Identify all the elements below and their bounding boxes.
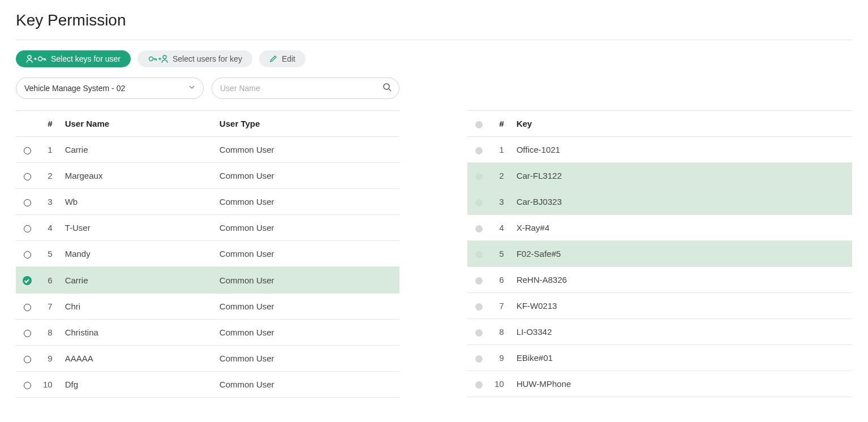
table-row[interactable]: 1CarrieCommon User <box>16 137 399 163</box>
system-select-value: Vehicle Manage System - 02 <box>16 77 204 99</box>
user-row-type: Common User <box>215 372 399 398</box>
user-row-radio[interactable] <box>16 189 38 215</box>
user-search-input[interactable] <box>212 77 399 99</box>
key-row-check[interactable] <box>467 267 490 293</box>
pencil-icon <box>269 55 277 63</box>
table-row[interactable]: 4X-Ray#4 <box>467 215 852 241</box>
table-row[interactable]: 5MandyCommon User <box>16 241 399 267</box>
user-row-radio[interactable] <box>16 215 38 241</box>
table-row[interactable]: 8LI-O3342 <box>467 319 852 345</box>
keys-header-num: # <box>490 111 512 137</box>
users-table: # User Name User Type 1CarrieCommon User… <box>16 110 399 398</box>
key-row-name: Car-FL3122 <box>512 163 852 189</box>
svg-point-2 <box>149 57 153 61</box>
table-row[interactable]: 2Car-FL3122 <box>467 163 852 189</box>
key-row-name: F02-Safe#5 <box>512 241 852 267</box>
key-row-check[interactable] <box>467 241 490 267</box>
user-row-radio[interactable] <box>16 137 38 163</box>
page-title: Key Permission <box>16 11 852 29</box>
users-header-check <box>16 111 38 137</box>
user-row-name: Carrie <box>61 267 215 294</box>
toolbar: Select keys for user Select users for ke… <box>16 50 852 67</box>
users-header-name: User Name <box>61 111 215 137</box>
user-row-radio[interactable] <box>16 372 38 398</box>
user-row-num: 7 <box>38 294 61 320</box>
user-row-name: Margeaux <box>61 163 215 189</box>
table-row[interactable]: 4T-UserCommon User <box>16 215 399 241</box>
table-row[interactable]: 6CarrieCommon User <box>16 267 399 294</box>
table-row[interactable]: 9EBike#01 <box>467 345 852 371</box>
user-row-num: 2 <box>38 163 61 189</box>
key-to-user-icon <box>148 54 168 63</box>
user-row-type: Common User <box>215 163 399 189</box>
key-row-num: 3 <box>490 189 512 215</box>
keys-header-key: Key <box>512 111 852 137</box>
table-row[interactable]: 6ReHN-A8326 <box>467 267 852 293</box>
table-row[interactable]: 10DfgCommon User <box>16 372 399 398</box>
user-row-name: T-User <box>61 215 215 241</box>
user-row-name: Christina <box>61 320 215 346</box>
svg-point-4 <box>384 84 389 89</box>
user-row-num: 5 <box>38 241 61 267</box>
table-row[interactable]: 5F02-Safe#5 <box>467 241 852 267</box>
table-row[interactable]: 3WbCommon User <box>16 189 399 215</box>
system-select[interactable]: Vehicle Manage System - 02 <box>16 77 204 99</box>
user-row-radio[interactable] <box>16 320 38 346</box>
key-row-check[interactable] <box>467 319 490 345</box>
key-row-num: 6 <box>490 267 512 293</box>
key-row-check[interactable] <box>467 137 490 163</box>
select-users-for-key-button[interactable]: Select users for key <box>137 50 252 67</box>
table-row[interactable]: 3Car-BJ0323 <box>467 189 852 215</box>
svg-point-3 <box>163 55 166 59</box>
table-row[interactable]: 7ChriCommon User <box>16 294 399 320</box>
select-keys-for-user-button[interactable]: Select keys for user <box>16 50 131 67</box>
user-row-num: 3 <box>38 189 61 215</box>
svg-point-0 <box>28 55 31 59</box>
user-search-wrap <box>212 77 399 99</box>
user-row-name: AAAAA <box>61 346 215 372</box>
user-row-type: Common User <box>215 320 399 346</box>
key-row-check[interactable] <box>467 345 490 371</box>
table-row[interactable]: 8ChristinaCommon User <box>16 320 399 346</box>
key-row-check[interactable] <box>467 189 490 215</box>
key-row-name: Car-BJ0323 <box>512 189 852 215</box>
key-row-name: LI-O3342 <box>512 319 852 345</box>
user-row-radio[interactable] <box>16 294 38 320</box>
user-to-key-icon <box>26 54 46 63</box>
user-row-radio[interactable] <box>16 163 38 189</box>
key-row-name: ReHN-A8326 <box>512 267 852 293</box>
key-row-check[interactable] <box>467 293 490 319</box>
keys-header-check[interactable] <box>467 111 490 137</box>
user-row-name: Wb <box>61 189 215 215</box>
key-row-num: 4 <box>490 215 512 241</box>
key-row-check[interactable] <box>467 215 490 241</box>
key-row-num: 10 <box>490 371 512 397</box>
user-row-radio[interactable] <box>16 241 38 267</box>
table-row[interactable]: 7KF-W0213 <box>467 293 852 319</box>
edit-button[interactable]: Edit <box>259 50 306 67</box>
users-header-type: User Type <box>215 111 399 137</box>
user-row-num: 8 <box>38 320 61 346</box>
user-row-radio[interactable] <box>16 346 38 372</box>
user-row-num: 4 <box>38 215 61 241</box>
key-row-check[interactable] <box>467 163 490 189</box>
table-row[interactable]: 1Office-1021 <box>467 137 852 163</box>
user-row-num: 6 <box>38 267 61 294</box>
user-row-num: 9 <box>38 346 61 372</box>
search-icon[interactable] <box>383 83 392 94</box>
table-row[interactable]: 9AAAAACommon User <box>16 346 399 372</box>
user-row-type: Common User <box>215 346 399 372</box>
filters-row: Vehicle Manage System - 02 <box>16 77 852 99</box>
users-header-num: # <box>38 111 61 137</box>
key-row-num: 2 <box>490 163 512 189</box>
page-divider <box>16 40 852 40</box>
user-row-type: Common User <box>215 267 399 294</box>
key-row-check[interactable] <box>467 371 490 397</box>
table-row[interactable]: 2MargeauxCommon User <box>16 163 399 189</box>
user-row-radio[interactable] <box>16 267 38 294</box>
svg-point-1 <box>38 57 42 61</box>
table-row[interactable]: 10HUW-MPhone <box>467 371 852 397</box>
user-row-num: 1 <box>38 137 61 163</box>
user-row-name: Carrie <box>61 137 215 163</box>
key-row-name: KF-W0213 <box>512 293 852 319</box>
